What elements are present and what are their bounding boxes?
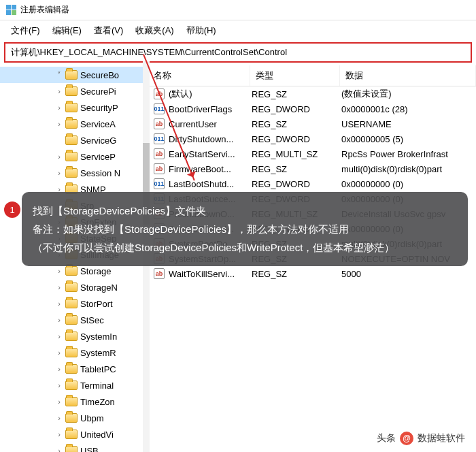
tree-item-usb[interactable]: ›USB (0, 442, 148, 452)
value-type: REG_SZ (252, 119, 341, 129)
tree-item-securityp[interactable]: ›SecurityP (0, 99, 148, 116)
chevron-right-icon[interactable]: › (54, 87, 64, 95)
tree-label: ServiceP (80, 152, 116, 162)
value-name: LastBootShutd... (169, 179, 252, 189)
value-row[interactable]: 011BootDriverFlagsREG_DWORD0x0000001c (2… (148, 101, 476, 116)
value-data: 0x00000000 (0) (341, 179, 476, 189)
tree-label: SystemR (80, 348, 116, 358)
watermark-prefix: 头条 (377, 432, 396, 445)
tree-item-storport[interactable]: ›StorPort (0, 295, 148, 312)
tree-label: Storage (80, 266, 112, 276)
value-data: 0x0000001c (28) (341, 104, 476, 114)
value-name: (默认) (169, 88, 252, 100)
tree-label: TimeZon (80, 397, 115, 407)
chevron-right-icon[interactable]: › (54, 414, 64, 422)
tree-item-timezon[interactable]: ›TimeZon (0, 393, 148, 410)
folder-icon (65, 299, 78, 308)
tree-item-unitedvi[interactable]: ›UnitedVi (0, 426, 148, 442)
chevron-right-icon[interactable]: › (54, 120, 64, 128)
chevron-right-icon[interactable]: › (54, 349, 64, 357)
value-name: FirmwareBoot... (169, 164, 252, 174)
column-type[interactable]: 类型 (250, 65, 340, 86)
string-value-icon: ab (154, 163, 165, 174)
value-row[interactable]: 011DirtyShutdown...REG_DWORD0x00000005 (… (148, 131, 476, 146)
menu-help[interactable]: 帮助(H) (181, 23, 222, 38)
tree-label: USB (80, 446, 99, 453)
tree-item-systemin[interactable]: ›SystemIn (0, 328, 148, 344)
menu-view[interactable]: 查看(V) (88, 23, 129, 38)
tree-label: ServiceG (80, 135, 116, 146)
chevron-right-icon[interactable]: › (54, 381, 64, 389)
folder-icon (65, 168, 78, 178)
tree-item-systemr[interactable]: ›SystemR (0, 344, 148, 361)
watermark-name: 数据蛙软件 (418, 432, 465, 445)
folder-icon (65, 397, 78, 406)
chevron-down-icon[interactable]: ˅ (54, 71, 64, 80)
value-name: DirtyShutdown... (169, 134, 252, 144)
folder-icon (65, 152, 78, 161)
tree-item-securepi[interactable]: ›SecurePi (0, 83, 148, 99)
chevron-right-icon[interactable]: › (54, 430, 64, 438)
address-bar[interactable]: 计算机\HKEY_LOCAL_MACHINE\SYSTEM\CurrentCon… (4, 42, 472, 63)
menu-file[interactable]: 文件(F) (5, 23, 46, 38)
tree-item-storagen[interactable]: ›StorageN (0, 279, 148, 295)
column-name[interactable]: 名称 (148, 65, 250, 86)
window-title: 注册表编辑器 (20, 4, 69, 16)
value-type: REG_SZ (252, 89, 341, 99)
folder-icon (65, 86, 78, 96)
folder-icon (65, 381, 78, 390)
chevron-right-icon[interactable]: › (54, 169, 64, 177)
chevron-right-icon[interactable]: › (54, 283, 64, 291)
menu-edit[interactable]: 编辑(E) (47, 23, 87, 38)
annotation-badge: 1 (4, 201, 20, 218)
string-value-icon: ab (154, 268, 165, 279)
value-data: multi(0)disk(0)rdisk(0)part (341, 164, 476, 174)
value-type: REG_SZ (252, 164, 341, 174)
tree-label: StorPort (80, 299, 113, 309)
tree-item-stsec[interactable]: ›StSec (0, 312, 148, 328)
value-data: 0x00000005 (5) (341, 134, 476, 144)
value-row[interactable]: ab(默认)REG_SZ(数值未设置) (148, 86, 476, 101)
address-path: 计算机\HKEY_LOCAL_MACHINE\SYSTEM\CurrentCon… (11, 47, 287, 57)
chevron-right-icon[interactable]: › (54, 332, 64, 340)
menu-favorites[interactable]: 收藏夹(A) (130, 23, 179, 38)
tree-item-terminal[interactable]: ›Terminal (0, 377, 148, 393)
value-row[interactable]: abCurrentUserREG_SZUSERNAME (148, 116, 476, 131)
titlebar: 注册表编辑器 (0, 0, 476, 20)
column-data[interactable]: 数据 (340, 65, 476, 86)
tree-label: SecurePi (80, 86, 116, 97)
tree-label: Terminal (80, 381, 114, 391)
menubar: 文件(F) 编辑(E) 查看(V) 收藏夹(A) 帮助(H) (0, 20, 476, 41)
tree-label: Ubpm (80, 413, 104, 423)
value-data: RpcSs Power BrokerInfrast (341, 149, 476, 159)
folder-icon (65, 332, 78, 341)
chevron-right-icon[interactable]: › (54, 447, 64, 452)
tree-item-sessionn[interactable]: ›Session N (0, 165, 148, 181)
tree-item-servicea[interactable]: ›ServiceA (0, 116, 148, 132)
value-data: (数值未设置) (341, 88, 476, 100)
chevron-right-icon[interactable]: › (54, 103, 64, 112)
chevron-right-icon[interactable]: › (54, 365, 64, 373)
watermark-avatar-icon: @ (400, 432, 413, 445)
tree-item-securebo[interactable]: ˅SecureBo (0, 67, 148, 83)
chevron-right-icon[interactable]: › (54, 300, 64, 308)
value-row[interactable]: abFirmwareBoot...REG_SZmulti(0)disk(0)rd… (148, 161, 476, 176)
tree-item-tabletpc[interactable]: ›TabletPC (0, 361, 148, 377)
tree-label: StorageN (80, 282, 118, 293)
tree-item-servicep[interactable]: ›ServiceP (0, 148, 148, 165)
tree-item-serviceg[interactable]: ServiceG (0, 132, 148, 148)
string-value-icon: ab (154, 118, 165, 129)
chevron-right-icon[interactable]: › (54, 152, 64, 161)
tree-item-ubpm[interactable]: ›Ubpm (0, 410, 148, 426)
chevron-right-icon[interactable]: › (54, 316, 64, 324)
value-row[interactable]: abWaitToKillServi...REG_SZ5000 (148, 266, 476, 281)
tree-label: ServiceA (80, 119, 116, 129)
value-name: CurrentUser (169, 119, 252, 129)
chevron-right-icon[interactable]: › (54, 398, 64, 406)
value-type: REG_SZ (252, 269, 341, 279)
chevron-right-icon[interactable]: › (54, 267, 64, 275)
string-value-icon: ab (154, 148, 165, 159)
tree-label: StSec (80, 315, 104, 325)
value-row[interactable]: abEarlyStartServi...REG_MULTI_SZRpcSs Po… (148, 146, 476, 161)
folder-icon (65, 119, 78, 129)
